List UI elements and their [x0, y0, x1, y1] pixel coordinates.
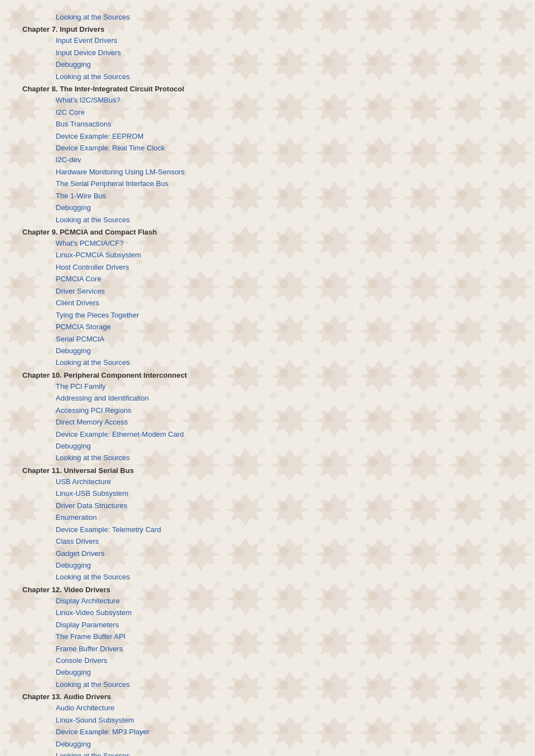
toc-item[interactable]: The 1-Wire Bus	[56, 190, 513, 202]
toc-item[interactable]: Client Drivers	[56, 297, 513, 309]
toc-item[interactable]: Audio Architecture	[56, 702, 513, 714]
toc-item[interactable]: Debugging	[56, 738, 513, 750]
chapter-heading: Chapter 7. Input Drivers	[22, 25, 513, 33]
toc-item[interactable]: Looking at the Sources	[56, 452, 513, 464]
toc-item[interactable]: Looking at the Sources	[56, 11, 513, 23]
toc-item[interactable]: Device Example: Real Time Clock	[56, 142, 513, 154]
toc-item[interactable]: Looking at the Sources	[56, 214, 513, 226]
chapter-heading: Chapter 11. Universal Serial Bus	[22, 466, 513, 475]
toc-item[interactable]: Debugging	[56, 666, 513, 678]
toc-item[interactable]: Serial PCMCIA	[56, 333, 513, 345]
toc-item[interactable]: Input Device Drivers	[56, 47, 513, 58]
toc-item[interactable]: Debugging	[56, 202, 513, 213]
toc-item[interactable]: Device Example: MP3 Player	[56, 726, 513, 738]
toc-item[interactable]: Device Example: Ethernet-Modem Card	[56, 428, 513, 440]
toc-item[interactable]: Display Architecture	[56, 595, 513, 607]
toc-item[interactable]: Device Example: EEPROM	[56, 130, 513, 142]
chapter-heading: Chapter 13. Audio Drivers	[22, 692, 513, 701]
toc-item[interactable]: USB Architecture	[56, 476, 513, 487]
toc-item[interactable]: Device Example: Telemetry Card	[56, 524, 513, 535]
toc-item[interactable]: Display Parameters	[56, 619, 513, 631]
toc-item[interactable]: Looking at the Sources	[56, 571, 513, 583]
toc-item[interactable]: Gadget Drivers	[56, 548, 513, 559]
toc-item[interactable]: Host Controller Drivers	[56, 261, 513, 273]
chapter-heading: Chapter 12. Video Drivers	[22, 586, 513, 594]
toc-item[interactable]: Looking at the Sources	[56, 71, 513, 82]
toc-item[interactable]: Debugging	[56, 58, 513, 70]
toc-item[interactable]: The Frame Buffer API	[56, 631, 513, 642]
toc-item[interactable]: Frame Buffer Drivers	[56, 643, 513, 655]
toc-item[interactable]: Linux-Sound Subsystem	[56, 714, 513, 726]
toc-item[interactable]: I2C Core	[56, 106, 513, 118]
toc-item[interactable]: Driver Data Structures	[56, 500, 513, 511]
toc-item[interactable]: Linux-Video Subsystem	[56, 607, 513, 618]
toc-item[interactable]: Debugging	[56, 345, 513, 357]
toc-item[interactable]: What's PCMCIA/CF?	[56, 237, 513, 249]
toc-item[interactable]: Debugging	[56, 559, 513, 571]
toc-item[interactable]: Linux-PCMCIA Subsystem	[56, 249, 513, 261]
toc-item[interactable]: Console Drivers	[56, 655, 513, 666]
chapter-heading: Chapter 10. Peripheral Component Interco…	[22, 371, 513, 379]
toc-item[interactable]: Enumeration	[56, 511, 513, 523]
toc-item[interactable]: Looking at the Sources	[56, 357, 513, 368]
toc-item[interactable]: Linux-USB Subsystem	[56, 487, 513, 499]
toc-item[interactable]: Bus Transactions	[56, 118, 513, 130]
toc-item[interactable]: What's I2C/SMBus?	[56, 94, 513, 106]
toc-item[interactable]: Tying the Pieces Together	[56, 309, 513, 321]
chapter-heading: Chapter 9. PCMCIA and Compact Flash	[22, 228, 513, 236]
toc-item[interactable]: The Serial Peripheral Interface Bus	[56, 178, 513, 189]
toc-item[interactable]: PCMCIA Storage	[56, 321, 513, 333]
toc-item[interactable]: Hardware Monitoring Using LM-Sensors	[56, 166, 513, 178]
toc-item[interactable]: Input Event Drivers	[56, 35, 513, 46]
toc-item[interactable]: Addressing and Identification	[56, 392, 513, 404]
chapter-heading: Chapter 8. The Inter-Integrated Circuit …	[22, 85, 513, 93]
toc-item[interactable]: The PCI Family	[56, 381, 513, 392]
toc-item[interactable]: I2C-dev	[56, 154, 513, 165]
toc-item[interactable]: PCMCIA Core	[56, 273, 513, 285]
toc-item[interactable]: Class Drivers	[56, 535, 513, 547]
toc-container: Looking at the SourcesChapter 7. Input D…	[22, 11, 513, 756]
toc-item[interactable]: Driver Services	[56, 285, 513, 297]
toc-item[interactable]: Looking at the Sources	[56, 750, 513, 756]
toc-item[interactable]: Direct Memory Access	[56, 416, 513, 428]
toc-item[interactable]: Debugging	[56, 440, 513, 452]
toc-item[interactable]: Looking at the Sources	[56, 679, 513, 690]
toc-item[interactable]: Accessing PCI Regions	[56, 404, 513, 416]
